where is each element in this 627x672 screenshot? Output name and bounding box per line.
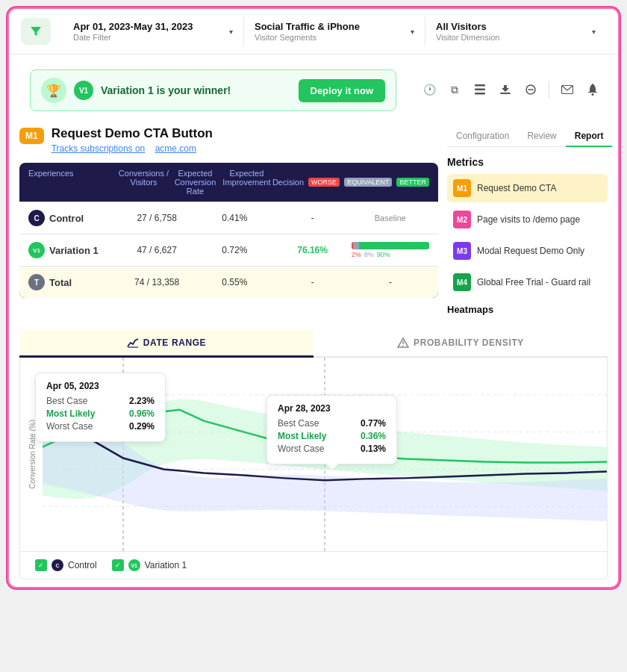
col-experiences: Experiences	[28, 169, 118, 196]
tooltip2-ml-label: Most Likely	[278, 431, 326, 441]
col-expected-imp: Expected Improvement	[221, 169, 272, 196]
v1-improvement: 76.16%	[274, 245, 352, 255]
right-panel: Configuration Review Report Metrics M1 R…	[447, 119, 608, 315]
tooltip1-ml-val: 0.96%	[129, 408, 155, 419]
tooltip2-date: Apr 28, 2023	[278, 403, 386, 414]
tab-review[interactable]: Review	[518, 126, 565, 147]
stack-icon	[475, 84, 485, 95]
tooltip1-ml-label: Most Likely	[46, 408, 95, 419]
tooltip2-ml-val: 0.36%	[361, 431, 386, 441]
metric-item-m2[interactable]: M2 Page visits to /demo page	[447, 205, 608, 234]
filter-icon-wrap	[21, 18, 51, 45]
tooltip2-wc-val: 0.13%	[361, 444, 386, 454]
metric-item-m3[interactable]: M3 Modal Request Demo Only	[447, 237, 608, 265]
chart-area: Conversion Rate (%)	[19, 358, 608, 552]
v1-ecr: 0.72%	[196, 245, 273, 255]
control-conversions: 27 / 6,758	[118, 213, 196, 223]
metric-badge-m2: M2	[453, 211, 471, 228]
metric-badge-m3: M3	[453, 242, 471, 260]
metric-label-m4: Global Free Trial - Guard rail	[477, 277, 590, 287]
svg-rect-5	[528, 89, 534, 90]
v1-check-icon: ✓	[112, 559, 124, 571]
v1-decision-bar: 2% 8% 90%	[352, 242, 429, 258]
table-header: Experiences Conversions / Visitors Expec…	[19, 163, 438, 202]
legend-control: ✓ C Control	[35, 559, 97, 571]
copy-icon-button[interactable]: ⧉	[444, 79, 465, 100]
control-ecr: 0.41%	[196, 213, 273, 223]
table-row: T Total 74 / 13,358 0.55% - -	[19, 266, 438, 298]
bell-icon-button[interactable]	[582, 79, 603, 100]
tooltip2-wc-label: Worst Case	[278, 444, 324, 454]
tooltip2-bc-val: 0.77%	[361, 418, 386, 429]
test-badge: M1	[19, 128, 44, 144]
chart-tabs: DATE RANGE PROBABILITY DENSITY	[19, 330, 608, 358]
badge-worse: WORSE	[308, 178, 340, 187]
minus-icon	[525, 84, 536, 95]
funnel-icon	[28, 24, 43, 39]
stack-icon-button[interactable]	[470, 79, 490, 100]
tooltip2-arrow	[326, 464, 338, 470]
heatmaps-section[interactable]: Heatmaps	[447, 304, 608, 315]
visitor-segments-label: Social Traffic & iPhone	[255, 21, 406, 32]
visitor-dimension-label: All Visitors	[436, 21, 587, 32]
date-filter-label: Apr 01, 2023-May 31, 2023	[73, 21, 225, 32]
experiment-table: Experiences Conversions / Visitors Expec…	[19, 163, 438, 298]
svg-rect-1	[475, 89, 485, 91]
test-domain-link[interactable]: acme.com	[155, 143, 196, 154]
metrics-section: Metrics M1 Request Demo CTA M2 Page visi…	[447, 156, 608, 296]
visitor-segments-segment[interactable]: Social Traffic & iPhone Visitor Segments…	[244, 16, 425, 46]
better-pct: 90%	[377, 251, 390, 258]
visitor-segments-sub: Visitor Segments	[255, 33, 406, 42]
v1-name: V1 Variation 1	[28, 242, 118, 258]
winner-banner-area: 🏆 V1 Variation 1 is your winner! Deploy …	[19, 60, 407, 119]
deploy-button[interactable]: Deploy it now	[299, 79, 386, 102]
metric-item-m4[interactable]: M4 Global Free Trial - Guard rail	[447, 268, 608, 296]
tab-configuration[interactable]: Configuration	[447, 126, 518, 147]
date-filter-chevron: ▾	[229, 28, 233, 36]
svg-rect-3	[500, 93, 511, 94]
total-name: T Total	[28, 274, 118, 290]
svg-point-10	[402, 345, 404, 346]
svg-rect-2	[475, 93, 485, 95]
icons-area: 🕐 ⧉	[414, 60, 608, 119]
svg-rect-0	[475, 84, 485, 87]
test-header: M1 Request Demo CTA Button Tracks subscr…	[19, 119, 438, 154]
control-improvement: -	[274, 213, 352, 223]
total-decision: -	[352, 277, 429, 287]
chart-tab-prob-density[interactable]: PROBABILITY DENSITY	[314, 330, 608, 358]
metric-label-m3: Modal Request Demo Only	[477, 246, 584, 256]
svg-point-7	[592, 93, 594, 96]
tooltip1-wc-val: 0.29%	[129, 421, 155, 432]
warning-icon	[397, 337, 409, 348]
total-improvement: -	[274, 277, 352, 287]
tooltip-apr05: Apr 05, 2023 Best Case 2.23% Most Likely…	[35, 373, 166, 442]
v1-badge-circle: V1	[28, 242, 45, 258]
right-tabs: Configuration Review Report	[447, 126, 608, 147]
visitor-dimension-segment[interactable]: All Visitors Visitor Dimension ▾	[425, 16, 606, 46]
tab-report[interactable]: Report	[566, 126, 613, 147]
trophy-icon: 🏆	[41, 78, 66, 103]
tooltip2-bc-label: Best Case	[278, 418, 319, 429]
main-content: M1 Request Demo CTA Button Tracks subscr…	[9, 119, 618, 315]
metrics-title: Metrics	[447, 156, 608, 168]
download-icon-button[interactable]	[495, 79, 516, 100]
total-badge-circle: T	[28, 274, 45, 290]
test-title: Request Demo CTA Button	[52, 126, 213, 141]
clock-icon-button[interactable]: 🕐	[419, 79, 440, 100]
v1-conversions: 47 / 6,627	[118, 245, 196, 255]
visitor-dimension-sub: Visitor Dimension	[436, 33, 587, 42]
download-icon	[500, 84, 511, 95]
tooltip1-wc-label: Worst Case	[46, 421, 93, 432]
control-legend-badge: C	[52, 559, 63, 571]
badge-equiv: EQUIVALENT	[344, 178, 392, 187]
minus-icon-button[interactable]	[520, 79, 541, 100]
date-filter-sub: Date Filter	[73, 33, 225, 42]
metric-label-m1: Request Demo CTA	[477, 183, 556, 193]
chart-tab-date-range[interactable]: DATE RANGE	[19, 330, 314, 358]
control-decision: Baseline	[352, 214, 429, 223]
date-filter-segment[interactable]: Apr 01, 2023-May 31, 2023 Date Filter ▾	[63, 16, 244, 46]
metric-item-m1[interactable]: M1 Request Demo CTA	[447, 174, 608, 202]
mail-icon-button[interactable]	[557, 79, 578, 100]
top-section: 🏆 V1 Variation 1 is your winner! Deploy …	[9, 60, 618, 119]
better-bar	[359, 242, 429, 249]
